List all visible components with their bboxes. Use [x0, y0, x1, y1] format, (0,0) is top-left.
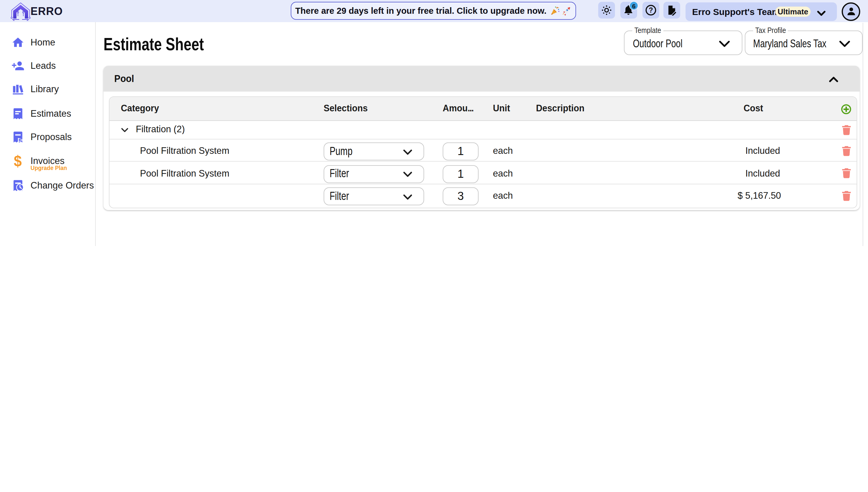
- svg-text:?: ?: [649, 6, 653, 14]
